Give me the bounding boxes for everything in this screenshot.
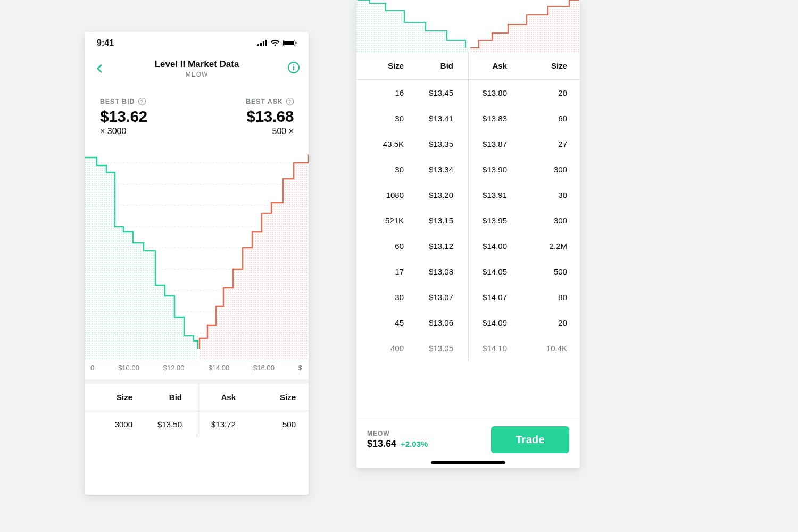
best-bid-price: $13.62 [100, 107, 147, 126]
depth-chart-x-axis: 0 $10.00 $12.00 $14.00 $16.00 $ [85, 360, 309, 379]
svg-rect-2 [263, 41, 264, 47]
orderbook-header: Size Bid Ask Size [356, 52, 580, 80]
cell-size-ask: 500 [246, 420, 296, 429]
col-size-ask: Size [518, 61, 567, 70]
status-icons [257, 40, 297, 46]
page-title: Level II Market Data [155, 59, 239, 70]
cell-size-bid: 30 [369, 114, 419, 123]
cell-size-ask: 300 [518, 216, 567, 225]
clock: 9:41 [97, 38, 114, 48]
best-ask: BEST ASK? $13.68 500 × [246, 98, 294, 136]
cell-bid: $13.07 [419, 293, 468, 302]
cell-size-bid: 60 [369, 242, 419, 251]
orderbook-row[interactable]: 45$13.06$14.0920 [356, 310, 580, 335]
col-ask: Ask [468, 61, 518, 70]
orderbook-screen: Size Bid Ask Size 16$13.45$13.802030$13.… [356, 0, 580, 468]
svg-rect-3 [265, 40, 267, 46]
cell-size-bid: 16 [369, 88, 419, 97]
cell-bid: $13.12 [419, 242, 468, 251]
help-icon[interactable]: ? [286, 98, 294, 105]
cell-ask: $13.87 [468, 139, 518, 148]
footer-change: +2.03% [401, 439, 428, 448]
cellular-icon [257, 40, 267, 46]
orderbook-body[interactable]: 16$13.45$13.802030$13.41$13.836043.5K$13… [356, 80, 580, 361]
cell-ask: $13.83 [468, 114, 518, 123]
col-size-ask: Size [246, 393, 296, 402]
cell-ask: $13.90 [468, 165, 518, 174]
status-bar: 9:41 [85, 32, 309, 54]
cell-size-bid: 43.5K [369, 139, 419, 148]
axis-tick: $16.00 [253, 364, 275, 372]
cell-ask: $14.07 [468, 293, 518, 302]
cell-ask: $13.95 [468, 216, 518, 225]
col-size-bid: Size [369, 61, 419, 70]
cell-size-bid: 521K [369, 216, 419, 225]
cell-size-bid: 45 [369, 318, 419, 327]
orderbook-row[interactable]: 43.5K$13.35$13.8727 [356, 131, 580, 156]
orderbook-row[interactable]: 17$13.08$14.05500 [356, 259, 580, 284]
cell-ask: $13.91 [468, 190, 518, 200]
orderbook-row[interactable]: 400$13.05$14.1010.4K [356, 335, 580, 361]
axis-tick: $10.00 [118, 364, 139, 372]
footer-price: $13.64 [367, 438, 396, 450]
cell-size-ask: 2.2M [518, 242, 567, 251]
cell-ask: $13.80 [468, 88, 518, 97]
svg-rect-1 [260, 43, 262, 46]
orderbook-row[interactable]: 1080$13.20$13.9130 [356, 182, 580, 207]
col-ask: Ask [197, 393, 246, 402]
best-bid-label: BEST BID [100, 98, 135, 105]
cell-size-ask: 500 [518, 267, 567, 276]
depth-chart-mini[interactable] [356, 0, 580, 52]
cell-bid: $13.15 [419, 216, 468, 225]
cell-size-ask: 300 [518, 165, 567, 174]
col-bid: Bid [419, 61, 468, 70]
cell-bid: $13.41 [419, 114, 468, 123]
home-indicator[interactable] [431, 461, 505, 464]
best-bid: BEST BID? $13.62 × 3000 [100, 98, 147, 136]
cell-bid: $13.45 [419, 88, 468, 97]
col-size-bid: Size [98, 393, 147, 402]
cell-bid: $13.05 [419, 344, 468, 353]
trade-button[interactable]: Trade [491, 426, 569, 453]
nav-header: Level II Market Data MEOW [85, 54, 309, 83]
help-icon[interactable]: ? [138, 98, 146, 105]
cell-size-bid: 30 [369, 165, 419, 174]
axis-tick: $12.00 [163, 364, 185, 372]
cell-size-ask: 20 [518, 88, 567, 97]
col-bid: Bid [147, 393, 197, 402]
footer-ticker: MEOW [367, 430, 428, 437]
orderbook-row[interactable]: 30$13.34$13.90300 [356, 156, 580, 182]
axis-tick: $14.00 [208, 364, 229, 372]
orderbook-row[interactable]: 30$13.41$13.8360 [356, 105, 580, 131]
best-bid-ask-row: BEST BID? $13.62 × 3000 BEST ASK? $13.68… [85, 83, 309, 147]
cell-ask: $14.10 [468, 344, 518, 353]
cell-ask: $14.09 [468, 318, 518, 327]
depth-chart[interactable] [85, 147, 309, 360]
cell-bid: $13.06 [419, 318, 468, 327]
svg-point-9 [293, 64, 294, 65]
cell-size-ask: 60 [518, 114, 567, 123]
battery-icon [283, 40, 297, 46]
cell-bid: $13.50 [147, 420, 197, 429]
best-bid-size: × 3000 [100, 127, 147, 136]
cell-size-ask: 80 [518, 293, 567, 302]
best-ask-size: 500 × [246, 127, 294, 136]
back-button[interactable] [93, 62, 107, 77]
orderbook-row[interactable]: 30$13.07$14.0780 [356, 284, 580, 310]
orderbook-row[interactable]: 521K$13.15$13.95300 [356, 207, 580, 233]
svg-rect-6 [295, 42, 296, 45]
orderbook-row[interactable]: 3000 $13.50 $13.72 500 [85, 411, 309, 437]
orderbook-row[interactable]: 60$13.12$14.002.2M [356, 233, 580, 259]
cell-size-bid: 400 [369, 344, 419, 353]
best-ask-label: BEST ASK [246, 98, 283, 105]
cell-size-ask: 27 [518, 139, 567, 148]
svg-rect-5 [284, 41, 294, 45]
info-button[interactable] [287, 61, 301, 75]
orderbook-row[interactable]: 16$13.45$13.8020 [356, 80, 580, 105]
cell-ask: $14.00 [468, 242, 518, 251]
cell-ask: $13.72 [197, 420, 246, 429]
cell-size-bid: 1080 [369, 190, 419, 200]
cell-size-bid: 3000 [98, 420, 147, 429]
cell-bid: $13.08 [419, 267, 468, 276]
cell-bid: $13.34 [419, 165, 468, 174]
